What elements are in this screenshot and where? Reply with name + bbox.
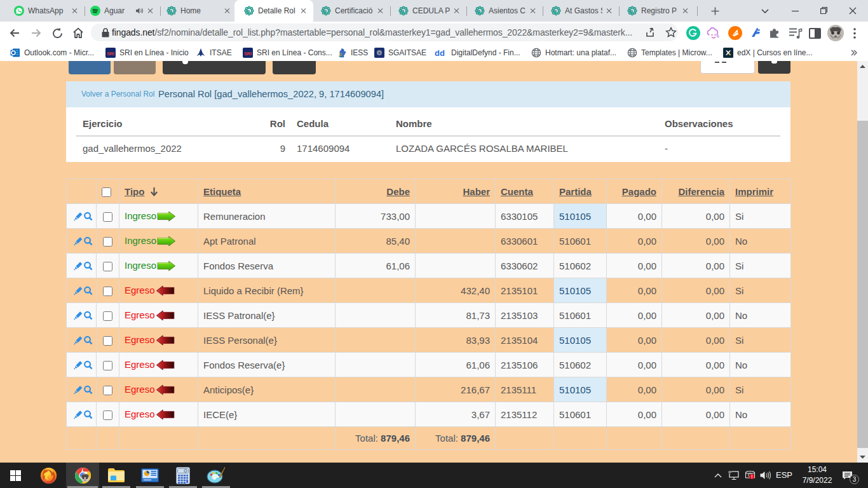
svg-text:SRI: SRI [244,51,252,56]
svg-text:SRI: SRI [107,51,114,56]
svg-text:dd: dd [435,48,445,57]
svg-text:s: s [378,51,380,55]
